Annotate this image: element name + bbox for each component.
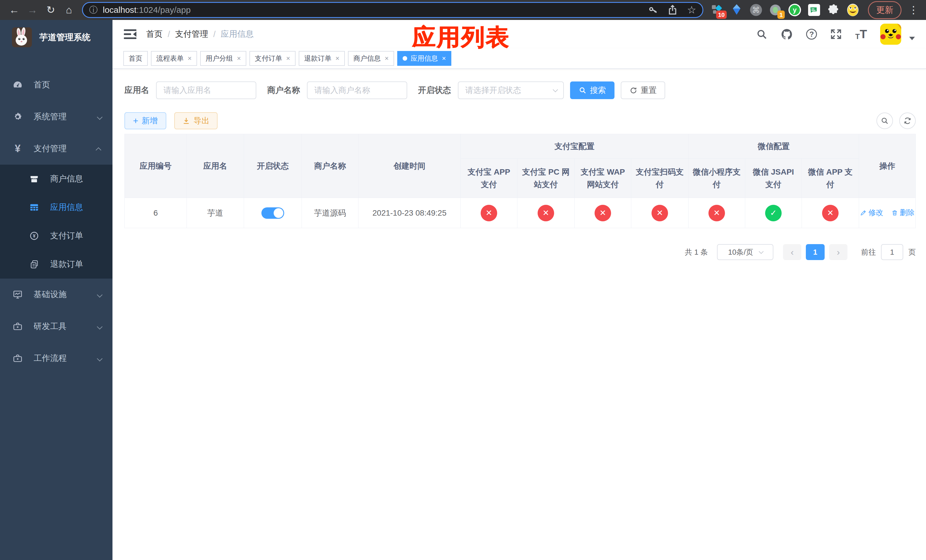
sidebar-item-merchant-info[interactable]: 商户信息 [0, 165, 112, 193]
sidebar-item-label: 研发工具 [33, 321, 67, 332]
extension-emoji-icon[interactable] [846, 3, 859, 17]
tab-home[interactable]: 首页× [123, 51, 148, 66]
prev-page-button[interactable]: ‹ [783, 244, 801, 260]
sidebar-item-pay-orders[interactable]: ¥ 支付订单 [0, 222, 112, 250]
cell-app-id: 6 [125, 198, 187, 228]
tab-refund-orders[interactable]: 退款订单× [299, 51, 345, 66]
bookmark-star-icon[interactable]: ☆ [687, 4, 696, 16]
close-icon[interactable]: × [442, 54, 446, 62]
col-alipay-qr: 支付宝扫码支付 [631, 159, 688, 198]
status-badge: ✕ [538, 205, 554, 221]
help-icon[interactable]: ? [806, 29, 817, 39]
sidebar-item-infrastructure[interactable]: 基础设施 [0, 278, 112, 310]
sidebar-item-system[interactable]: 系统管理 [0, 101, 112, 133]
sidebar-item-workflow[interactable]: 工作流程 [0, 342, 112, 374]
show-search-toggle-button[interactable] [876, 112, 893, 129]
delete-link[interactable]: 删除 [891, 207, 915, 218]
search-button[interactable]: 搜索 [570, 82, 614, 99]
edit-link[interactable]: 修改 [860, 207, 883, 218]
site-info-icon[interactable]: ⓘ [89, 4, 98, 16]
tab-pay-orders[interactable]: 支付订单× [250, 51, 295, 66]
extension-grid-diamond-icon[interactable]: 10 [711, 3, 724, 17]
fullscreen-icon[interactable] [830, 28, 842, 40]
extension-command-icon[interactable]: ⌘ [749, 3, 763, 17]
col-enabled: 开启状态 [244, 134, 302, 198]
sidebar-item-refund-orders[interactable]: 退款订单 [0, 250, 112, 278]
add-button[interactable]: + 新增 [124, 112, 166, 129]
chevron-up-icon [97, 144, 101, 153]
breadcrumb: 首页 / 支付管理 / 应用信息 [146, 29, 254, 40]
browser-nav: ← → ↻ ⌂ [5, 2, 78, 18]
back-icon[interactable]: ← [5, 2, 23, 18]
extension-green-y-icon[interactable]: y [788, 3, 801, 17]
close-icon[interactable]: × [188, 54, 192, 62]
status-select[interactable]: 请选择开启状态 [458, 82, 564, 99]
browser-menu-icon[interactable]: ⋮ [906, 4, 921, 16]
close-icon[interactable]: × [237, 54, 241, 62]
close-icon[interactable]: × [336, 54, 339, 62]
col-group-alipay: 支付宝配置 [461, 134, 688, 159]
sidebar-menu: 首页 系统管理 ¥ 支付管理 商户信息 [0, 55, 112, 374]
merchant-name-label: 商户名称 [267, 85, 300, 96]
avatar-caret-icon[interactable] [909, 37, 915, 40]
extension-session-icon[interactable]: 1 [769, 3, 782, 17]
forward-icon[interactable]: → [23, 2, 42, 18]
tab-user-group[interactable]: 用户分组× [200, 51, 246, 66]
extensions-puzzle-icon[interactable] [827, 3, 840, 17]
tab-merchant-info[interactable]: 商户信息× [348, 51, 394, 66]
col-created: 创建时间 [359, 134, 461, 198]
current-page-button[interactable]: 1 [806, 244, 825, 260]
cell-alipay-wap: ✕ [575, 198, 631, 228]
page-content: 应用名 商户名称 开启状态 请选择开启状态 搜索 重置 [112, 69, 926, 560]
enabled-toggle[interactable] [262, 207, 284, 219]
reload-icon[interactable]: ↻ [42, 2, 60, 18]
refresh-table-button[interactable] [899, 112, 916, 129]
cell-enabled [244, 198, 302, 228]
close-icon[interactable]: × [286, 54, 290, 62]
extension-kite-icon[interactable] [730, 3, 743, 17]
sidebar-item-payment[interactable]: ¥ 支付管理 [0, 133, 112, 165]
share-icon[interactable] [668, 5, 678, 15]
font-size-icon[interactable]: TT [855, 28, 867, 40]
col-wechat-jsapi: 微信 JSAPI 支付 [745, 159, 802, 198]
app-name-input[interactable] [156, 82, 256, 99]
status-badge: ✕ [708, 205, 725, 221]
github-icon[interactable] [781, 28, 793, 41]
search-icon[interactable] [756, 29, 767, 40]
sidebar-item-home[interactable]: 首页 [0, 69, 112, 101]
merchant-name-input[interactable] [307, 82, 407, 99]
chevron-down-icon [97, 290, 101, 300]
sidebar-item-label: 支付管理 [33, 143, 67, 154]
sidebar-item-dev-tools[interactable]: 研发工具 [0, 310, 112, 342]
total-count: 共 1 条 [685, 247, 708, 257]
goto-page-input[interactable] [881, 244, 903, 260]
dashboard-gauge-icon [11, 80, 24, 90]
next-page-button[interactable]: › [829, 244, 847, 260]
documents-icon [28, 259, 41, 269]
collapse-sidebar-icon[interactable] [124, 29, 136, 40]
reset-button[interactable]: 重置 [621, 82, 665, 99]
breadcrumb-payment[interactable]: 支付管理 [175, 29, 208, 40]
home-icon[interactable]: ⌂ [60, 2, 78, 18]
col-wechat-mini: 微信小程序支付 [688, 159, 745, 198]
sidebar: 芋道管理系统 首页 系统管理 ¥ 支付管理 [0, 20, 112, 560]
tab-app-info[interactable]: 应用信息× [397, 51, 451, 66]
breadcrumb-current: 应用信息 [221, 29, 254, 40]
export-button[interactable]: 导出 [174, 112, 218, 129]
sidebar-item-label: 基础设施 [33, 289, 67, 300]
col-alipay-wap: 支付宝 WAP 网站支付 [575, 159, 631, 198]
browser-update-button[interactable]: 更新 [868, 1, 902, 19]
table-toolbar: + 新增 导出 [124, 112, 916, 129]
top-navbar: 首页 / 支付管理 / 应用信息 ? TT [112, 20, 926, 48]
password-key-icon[interactable] [648, 5, 658, 15]
status-badge: ✕ [652, 205, 668, 221]
tab-process-form[interactable]: 流程表单× [151, 51, 197, 66]
breadcrumb-home[interactable]: 首页 [146, 29, 163, 40]
extension-chat-icon[interactable] [808, 3, 821, 17]
user-avatar[interactable] [880, 24, 901, 45]
logo-avatar [12, 27, 32, 47]
sidebar-item-app-info[interactable]: 应用信息 [0, 193, 112, 222]
close-icon[interactable]: × [385, 54, 389, 62]
page-size-select[interactable]: 10条/页 [717, 244, 773, 260]
url-bar[interactable]: ⓘ localhost:1024/pay/app ☆ [82, 2, 703, 18]
